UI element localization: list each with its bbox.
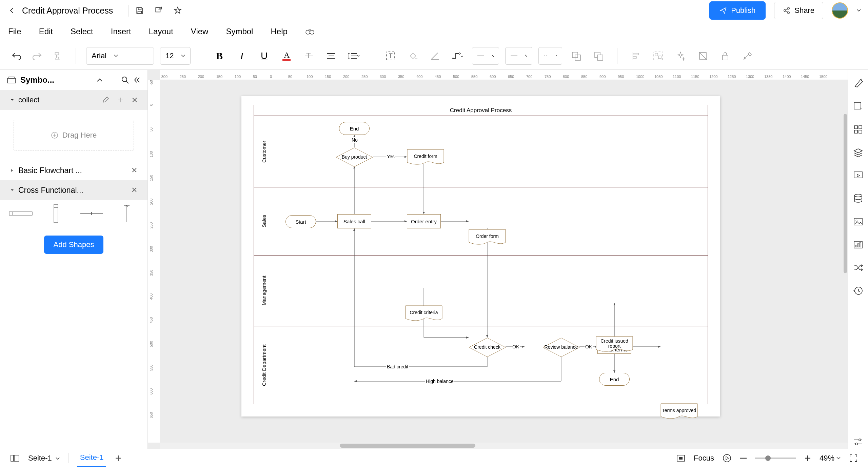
user-avatar[interactable] [832,2,848,19]
font-size-select[interactable]: 12 [160,47,191,65]
shape-vertical-lane[interactable] [44,205,68,222]
line-style-select[interactable] [472,47,499,65]
line-color-button[interactable] [427,48,443,64]
shape-horizontal-lane[interactable] [8,205,33,222]
italic-button[interactable]: I [234,48,250,64]
scrollbar-thumb[interactable] [340,444,475,448]
horizontal-scrollbar[interactable] [160,443,848,449]
presentation-icon[interactable] [851,169,865,182]
page-tab-1[interactable]: Seite-1 [77,449,106,467]
close-icon[interactable] [132,97,137,103]
node-sales-call[interactable]: Sales call [337,214,371,228]
node-terms-approved[interactable]: Terms approved [660,403,698,420]
star-icon[interactable] [173,6,182,15]
menu-edit[interactable]: Edit [39,27,53,36]
node-credit-form[interactable]: Credit form [407,149,444,165]
publish-button[interactable]: Publish [709,1,766,20]
canvas[interactable]: Credit Approval Process Customer Sales M… [160,80,848,443]
node-end-1[interactable]: End [339,122,370,135]
text-color-button[interactable]: A [278,48,295,64]
node-order-entry[interactable]: Order entry [407,214,441,228]
menu-layout[interactable]: Layout [149,27,173,36]
menu-insert[interactable]: Insert [111,27,131,36]
share-button[interactable]: Share [774,2,823,19]
strikethrough-button[interactable]: T [301,48,317,64]
group-basic[interactable]: Basic Flowchart ... ✕ [0,161,147,180]
node-end-2[interactable]: End [599,373,630,386]
menu-help[interactable]: Help [271,27,287,36]
page-select[interactable]: Seite-1 [28,454,60,463]
fullscreen-icon[interactable] [849,454,858,463]
history-icon[interactable] [851,284,865,298]
fit-screen-icon[interactable] [676,454,685,462]
align-button[interactable] [323,48,339,64]
lane-label-customer[interactable]: Customer [254,116,267,187]
back-button[interactable] [7,5,17,16]
node-start[interactable]: Start [285,215,316,228]
settings-panel-icon[interactable] [851,435,865,449]
export-icon[interactable] [154,6,163,15]
library-icon[interactable] [7,76,16,84]
collapse-panel-icon[interactable] [133,76,141,84]
crop-button[interactable] [695,48,711,64]
drag-target[interactable]: Drag Here [14,120,134,150]
database-icon[interactable] [851,192,865,205]
add-page-button[interactable] [115,454,122,462]
shape-horizontal-separator[interactable] [79,205,104,222]
zoom-knob[interactable] [765,455,771,461]
group-cross[interactable]: Cross Functional... ✕ [0,180,147,200]
search-icon[interactable] [121,76,129,84]
fill-button[interactable] [405,48,421,64]
lock-button[interactable] [717,48,733,64]
underline-button[interactable]: U [256,48,272,64]
vertical-scrollbar[interactable] [843,80,848,443]
menu-symbol[interactable]: Symbol [226,27,253,36]
send-back-button[interactable] [568,48,585,64]
lane-label-management[interactable]: Management [254,255,267,326]
image-icon[interactable] [851,215,865,228]
lane-label-sales[interactable]: Sales [254,187,267,255]
chart-icon[interactable] [851,238,865,251]
swimlane-container[interactable]: Credit Approval Process Customer Sales M… [254,105,708,404]
node-credit-issued[interactable]: Credit issued report [596,336,633,352]
align-left-button[interactable] [628,48,644,64]
grid-icon[interactable] [851,123,865,136]
bring-front-button[interactable] [591,48,607,64]
zoom-slider[interactable] [755,458,796,459]
page-surface[interactable]: Credit Approval Process Customer Sales M… [241,96,720,417]
focus-label[interactable]: Focus [694,454,714,463]
text-tool-button[interactable]: T [382,48,399,64]
shape-vertical-separator[interactable] [115,205,139,222]
shuffle-icon[interactable] [851,261,865,275]
group-button[interactable] [650,48,666,64]
add-shapes-button[interactable]: Add Shapes [44,236,104,254]
node-buy-product[interactable]: Buy product [336,147,373,167]
undo-button[interactable] [8,48,25,64]
menu-file[interactable]: File [8,27,21,36]
tools-button[interactable] [739,48,756,64]
pages-icon[interactable] [10,454,20,462]
connector-button[interactable] [450,48,466,64]
node-credit-criteria[interactable]: Credit criteria [405,305,442,322]
layers-icon[interactable] [851,146,865,159]
edit-icon[interactable] [102,97,109,103]
line-dash-select[interactable] [538,47,562,65]
zoom-out-button[interactable] [740,458,747,459]
node-order-form[interactable]: Order form [469,229,506,245]
menu-select[interactable]: Select [71,27,93,36]
chevron-up-icon[interactable] [97,78,103,82]
zoom-in-button[interactable] [804,455,811,462]
lane-label-credit-dept[interactable]: Credit Department [254,326,267,405]
swimlane-title[interactable]: Credit Approval Process [254,105,708,116]
play-icon[interactable] [723,454,731,463]
node-review-balance[interactable]: Review balance [542,338,580,357]
plus-icon[interactable] [117,97,123,103]
menu-view[interactable]: View [191,27,209,36]
font-family-select[interactable]: Arial [86,47,154,65]
format-painter-button[interactable] [49,48,65,64]
zoom-level[interactable]: 49% [820,454,841,463]
line-spacing-button[interactable] [346,48,362,64]
close-icon[interactable]: ✕ [131,186,137,195]
binoculars-icon[interactable] [305,28,315,35]
document-name[interactable]: Credit Approval Process [22,6,113,16]
